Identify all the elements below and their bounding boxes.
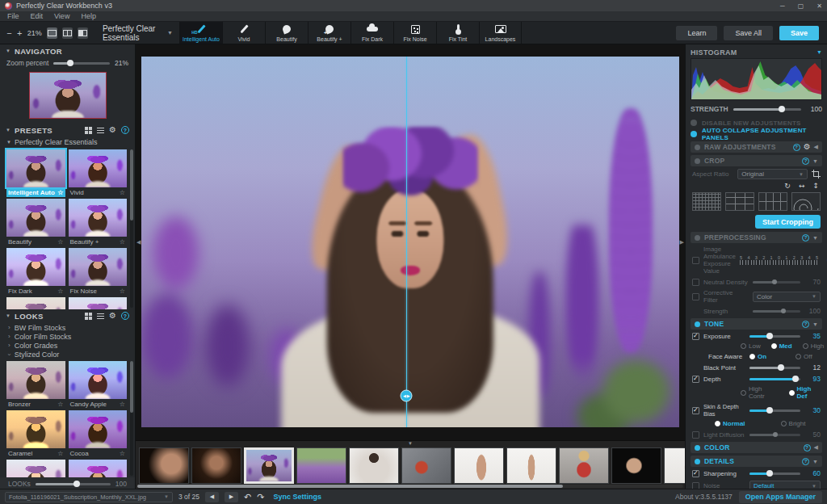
radio-face-aware-off[interactable]: Off xyxy=(796,353,812,360)
toolbar-preset-intelligent-auto[interactable]: HD Intelligent Auto xyxy=(179,22,222,44)
help-icon[interactable]: ? xyxy=(121,126,129,134)
corrective-filter-checkbox[interactable] xyxy=(692,293,699,300)
crop-grid-thirds-button[interactable] xyxy=(725,192,754,211)
color-header[interactable]: COLOR ?◀ xyxy=(691,442,822,453)
favorite-star-icon[interactable]: ☆ xyxy=(57,288,63,295)
collapse-icon[interactable]: ▼ xyxy=(812,235,818,241)
tree-item-color-grades[interactable]: ›Color Grades xyxy=(0,341,135,350)
strength-slider[interactable] xyxy=(733,108,801,111)
filmstrip-thumb[interactable] xyxy=(559,447,609,484)
filmstrip-thumb[interactable] xyxy=(664,447,685,484)
tree-item-stylized-color[interactable]: ›Stylized Color xyxy=(0,350,135,359)
toolbar-preset-fix-noise[interactable]: Fix Noise xyxy=(393,22,436,44)
help-icon[interactable]: ? xyxy=(804,444,811,452)
filmstrip-thumb[interactable] xyxy=(191,447,241,484)
aspect-ratio-dropdown[interactable]: Original▼ xyxy=(737,169,808,179)
look-tile-caramel[interactable]: Caramel☆ xyxy=(6,410,65,458)
favorite-star-icon[interactable]: ☆ xyxy=(120,401,125,408)
flip-horizontal-icon[interactable]: ↔ xyxy=(799,182,805,190)
neutral-density-checkbox[interactable] xyxy=(692,279,699,286)
light-diffusion-slider[interactable] xyxy=(749,434,800,436)
view-single-button[interactable] xyxy=(47,27,57,39)
filmstrip-thumb[interactable] xyxy=(401,447,451,484)
crop-grid-fine-button[interactable] xyxy=(692,192,721,211)
filmstrip-thumb[interactable] xyxy=(454,447,504,484)
preset-tile-vivid[interactable]: Vivid☆ xyxy=(69,149,128,197)
menu-file[interactable]: File xyxy=(2,12,25,20)
filmstrip-thumb[interactable] xyxy=(139,447,189,484)
help-icon[interactable]: ? xyxy=(802,158,809,165)
preprocessing-strength-slider[interactable] xyxy=(753,310,800,313)
collapse-left-panel-icon[interactable]: ◀ xyxy=(136,239,141,246)
crop-header[interactable]: CROP ?▼ xyxy=(691,155,822,166)
depth-checkbox[interactable] xyxy=(692,376,699,383)
toolbar-preset-beautify-plus[interactable]: + Beautify + xyxy=(308,22,351,44)
look-tile-partial[interactable] xyxy=(69,460,128,477)
menu-help[interactable]: Help xyxy=(75,12,102,20)
learn-button[interactable]: Learn xyxy=(676,26,717,40)
toolbar-preset-vivid[interactable]: Vivid xyxy=(222,22,265,44)
menu-edit[interactable]: Edit xyxy=(25,12,49,20)
help-icon[interactable]: ? xyxy=(802,458,809,465)
filmstrip-collapse-icon[interactable]: ▼ xyxy=(408,441,413,446)
tree-item-bw-film-stocks[interactable]: ›BW Film Stocks xyxy=(0,323,135,332)
filmstrip-thumb[interactable] xyxy=(506,447,556,484)
toolbar-preset-landscapes[interactable]: Landscapes xyxy=(479,22,522,44)
skin-depth-bias-checkbox[interactable] xyxy=(692,407,699,414)
gear-icon[interactable]: ⚙ xyxy=(109,126,116,134)
preset-tile-beautify[interactable]: Beautify☆ xyxy=(6,199,65,246)
preset-tile-intelligent-auto[interactable]: Intelligent Auto☆ xyxy=(6,149,65,197)
favorite-star-icon[interactable]: ☆ xyxy=(120,189,125,196)
collapse-icon[interactable]: ▼ xyxy=(812,158,818,164)
sharpening-checkbox[interactable] xyxy=(692,470,699,477)
favorite-star-icon[interactable]: ☆ xyxy=(120,288,125,295)
gear-icon[interactable]: ⚙ xyxy=(804,143,811,151)
help-icon[interactable]: ? xyxy=(793,144,800,151)
preset-tile-fix-noise[interactable]: Fix Noise☆ xyxy=(69,248,128,296)
radio-face-aware-on[interactable]: On xyxy=(749,353,766,360)
view-sidebyside-button[interactable] xyxy=(78,27,88,39)
image-canvas[interactable]: ◀ ▶ ◀▶ xyxy=(136,44,685,440)
presets-group[interactable]: ▼ Perfectly Clear Essentials xyxy=(0,136,135,148)
start-cropping-button[interactable]: Start Cropping xyxy=(755,215,821,229)
filmstrip-thumb-selected[interactable] xyxy=(244,447,294,484)
preset-tile-beautify-plus[interactable]: Beautify +☆ xyxy=(69,199,128,246)
help-icon[interactable]: ? xyxy=(802,321,809,328)
maximize-icon[interactable]: ▢ xyxy=(798,2,804,10)
gear-icon[interactable]: ⚙ xyxy=(109,312,116,320)
tone-header[interactable]: TONE ?▼ xyxy=(691,318,822,330)
filmstrip-scrollbar[interactable] xyxy=(137,485,683,488)
black-point-slider[interactable] xyxy=(749,367,800,369)
collapse-icon[interactable]: ▼ xyxy=(817,49,822,55)
redo-icon[interactable]: ↷ xyxy=(257,493,264,502)
looks-strength-slider[interactable] xyxy=(36,483,111,485)
preset-tile-partial[interactable] xyxy=(6,297,65,309)
navigator-zoom-slider[interactable] xyxy=(53,62,110,65)
preprocessing-header[interactable]: PREPROCESSING ?▼ xyxy=(691,232,822,243)
noise-checkbox[interactable] xyxy=(692,482,699,489)
exposure-value-ruler[interactable]: 5 4 3 2 1 0 1 2 3 4 5 xyxy=(740,255,820,265)
photo-preview[interactable]: ◀▶ xyxy=(141,57,679,427)
next-image-button[interactable]: ▶ xyxy=(225,492,238,502)
radio-exposure-high[interactable]: High xyxy=(803,342,824,350)
toggle-auto-collapse-panels[interactable]: AUTO COLLAPSE ADJUSTMENT PANELS xyxy=(691,128,822,140)
exposure-slider[interactable] xyxy=(749,335,800,338)
preset-tile-fix-dark[interactable]: Fix Dark☆ xyxy=(6,248,65,296)
grid-view-icon[interactable] xyxy=(85,127,92,134)
collapse-icon[interactable]: ▼ xyxy=(812,459,818,464)
looks-scrollbar[interactable] xyxy=(130,361,133,476)
toolbar-preset-fix-dark[interactable]: Fix Dark xyxy=(351,22,393,44)
skin-depth-bias-slider[interactable] xyxy=(749,410,800,412)
menu-view[interactable]: View xyxy=(48,12,75,20)
minimize-icon[interactable]: ─ xyxy=(780,2,785,10)
open-apps-manager-button[interactable]: Open Apps Manager xyxy=(739,491,822,503)
toolbar-preset-fix-tint[interactable]: Fix Tint xyxy=(436,22,479,44)
help-icon[interactable]: ? xyxy=(802,234,809,242)
radio-skin-bright[interactable]: Bright xyxy=(781,420,806,427)
look-tile-partial[interactable] xyxy=(6,460,65,477)
collapse-icon[interactable]: ▼ xyxy=(812,321,818,327)
about-version[interactable]: About v:3.5.5.1137 xyxy=(675,493,733,501)
look-tile-cocoa[interactable]: Cocoa☆ xyxy=(69,410,128,458)
look-tile-candy-apple[interactable]: Candy Apple☆ xyxy=(69,361,128,409)
filmstrip-thumb[interactable] xyxy=(349,447,399,484)
